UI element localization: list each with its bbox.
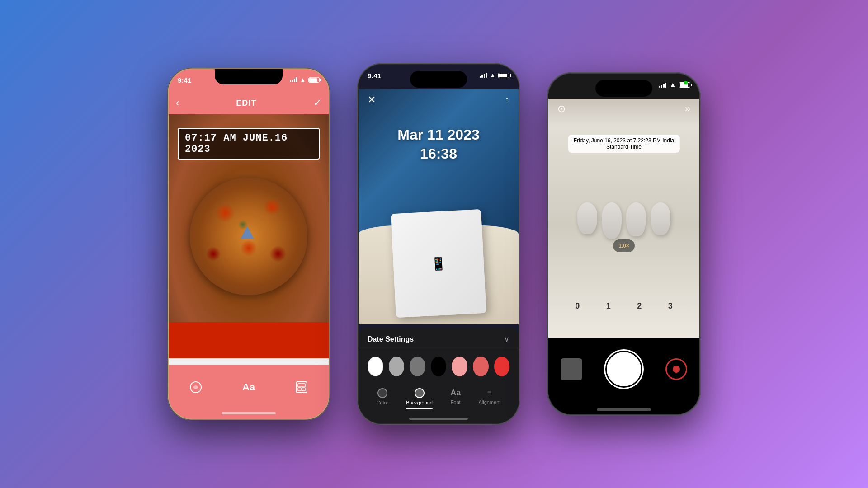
- dynamic-island-3: [595, 80, 652, 97]
- wifi-icon-3: ▲: [669, 81, 676, 89]
- swatch-dark-gray[interactable]: [410, 357, 425, 376]
- bottom-tabs: Color Background Aa Font ≡: [359, 385, 519, 405]
- date-line-2: 16:38: [359, 145, 519, 164]
- zoom-label: 1.0×: [618, 243, 629, 249]
- phone3-bottombar: [548, 338, 699, 414]
- svg-point-1: [197, 389, 200, 391]
- status-icons-1: ▲: [290, 76, 320, 83]
- home-indicator-3: [597, 408, 651, 411]
- phone3-image-area: 0 1 2 3: [548, 99, 699, 352]
- signal-icon-2: [480, 73, 487, 78]
- tooth-2: [626, 202, 646, 236]
- date-line-1: Mar 11 2023: [359, 126, 519, 145]
- text-tool[interactable]: Aa: [242, 381, 255, 393]
- datetime-line-2: Standard Time: [574, 144, 675, 150]
- color-swatches: [359, 348, 519, 385]
- phones-container: 9:41 ▲ ‹ EDIT: [167, 63, 701, 425]
- color-tab-icon: [377, 388, 387, 398]
- tooth-0: [577, 202, 597, 234]
- datetime-badge: Friday, June 16, 2023 at 7:22:23 PM Indi…: [568, 135, 680, 153]
- swatch-white[interactable]: [368, 357, 383, 376]
- svg-rect-5: [302, 388, 305, 391]
- tab-background-label: Background: [406, 400, 433, 405]
- status-bar-1: 9:41 ▲: [169, 69, 329, 94]
- iphone-box-image: 📱: [359, 89, 519, 324]
- alignment-tab-icon: ≡: [487, 388, 492, 398]
- tooth-num-3: 3: [668, 301, 673, 311]
- zoom-button[interactable]: 1.0×: [613, 239, 635, 252]
- edit-label: EDIT: [236, 99, 256, 108]
- swatch-light-gray[interactable]: [389, 357, 405, 376]
- phone-1-screen: 9:41 ▲ ‹ EDIT: [169, 69, 329, 419]
- phone3-topnav: ⊙ »: [548, 99, 699, 119]
- phone-3-screen: ▲ ⊙ » 0 1: [548, 74, 699, 414]
- svg-rect-3: [298, 384, 305, 387]
- close-button-2[interactable]: ✕: [368, 94, 376, 106]
- wifi-icon-2: ▲: [490, 72, 495, 79]
- tooth-1: [602, 202, 622, 239]
- check-button-1[interactable]: ✓: [313, 97, 321, 109]
- date-stamp: 07:17 AM JUNE.16 2023: [178, 128, 320, 160]
- chevron-icon[interactable]: ∨: [504, 335, 509, 343]
- status-icons-2: ▲: [480, 72, 509, 79]
- swatch-black[interactable]: [431, 357, 447, 376]
- battery-icon-1: [308, 77, 320, 83]
- phone-3: ▲ ⊙ » 0 1: [547, 72, 701, 416]
- phone-2-screen: 9:41 ▲: [359, 65, 519, 423]
- signal-icon-1: [290, 77, 297, 82]
- dynamic-island-2: [410, 71, 467, 88]
- tab-color[interactable]: Color: [377, 388, 388, 405]
- phone2-topnav: ✕ ↑: [359, 89, 519, 110]
- date-settings-header: Date Settings ∨: [359, 328, 519, 348]
- settings-title: Date Settings: [368, 335, 414, 343]
- svg-rect-4: [298, 388, 301, 391]
- phone1-image-area: 07:17 AM JUNE.16 2023: [169, 114, 329, 358]
- home-indicator-2: [409, 418, 468, 420]
- pizza: [190, 178, 307, 295]
- tooth-num-0: 0: [575, 301, 580, 311]
- home-indicator-1: [222, 412, 276, 414]
- tooth-num-2: 2: [637, 301, 642, 311]
- status-time-2: 9:41: [368, 72, 381, 80]
- timer-button[interactable]: [665, 358, 687, 380]
- tooth-3: [651, 202, 670, 235]
- photo-thumbnail[interactable]: [561, 358, 582, 380]
- layout-tool[interactable]: [294, 380, 309, 394]
- timer-inner: [673, 366, 680, 373]
- tab-font[interactable]: Aa Font: [450, 388, 461, 405]
- color-tool[interactable]: [189, 380, 203, 394]
- phone2-date-overlay: Mar 11 2023 16:38: [359, 126, 519, 163]
- back-button-1[interactable]: ‹: [176, 97, 179, 109]
- tab-alignment-label: Alignment: [478, 399, 500, 405]
- background-tab-icon: [415, 388, 425, 398]
- phone-2: 9:41 ▲: [357, 63, 520, 425]
- forward-icon[interactable]: »: [685, 103, 690, 115]
- tab-background[interactable]: Background: [406, 388, 433, 405]
- phone-1: 9:41 ▲ ‹ EDIT: [167, 68, 330, 420]
- datetime-line-1: Friday, June 16, 2023 at 7:22:23 PM Indi…: [574, 137, 675, 144]
- swatch-light-pink[interactable]: [452, 357, 467, 376]
- font-tab-icon: Aa: [450, 388, 461, 398]
- phone1-bottombar: Aa: [169, 365, 329, 419]
- shutter-button[interactable]: [607, 352, 641, 386]
- iphone-box-table: 📱: [359, 225, 519, 324]
- tab-alignment[interactable]: ≡ Alignment: [478, 388, 500, 405]
- swatch-medium-red[interactable]: [473, 357, 489, 376]
- tab-font-label: Font: [451, 399, 461, 405]
- wifi-icon-1: ▲: [300, 76, 306, 83]
- tab-color-label: Color: [377, 400, 388, 405]
- teeth-row: [577, 202, 670, 239]
- signal-icon-3: [659, 83, 667, 88]
- camera-icon[interactable]: ⊙: [557, 103, 566, 115]
- status-time-1: 9:41: [178, 76, 191, 84]
- swatch-red[interactable]: [494, 357, 510, 376]
- share-button-2[interactable]: ↑: [505, 94, 509, 106]
- battery-icon-2: [498, 73, 509, 78]
- tab-underline: [406, 408, 433, 409]
- green-indicator: [684, 81, 688, 84]
- tooth-num-1: 1: [606, 301, 611, 311]
- date-stamp-text: 07:17 AM JUNE.16 2023: [185, 132, 288, 155]
- phone2-image-area: 📱 Mar 11 2023 16:38: [359, 89, 519, 324]
- settings-panel: Date Settings ∨: [359, 328, 519, 423]
